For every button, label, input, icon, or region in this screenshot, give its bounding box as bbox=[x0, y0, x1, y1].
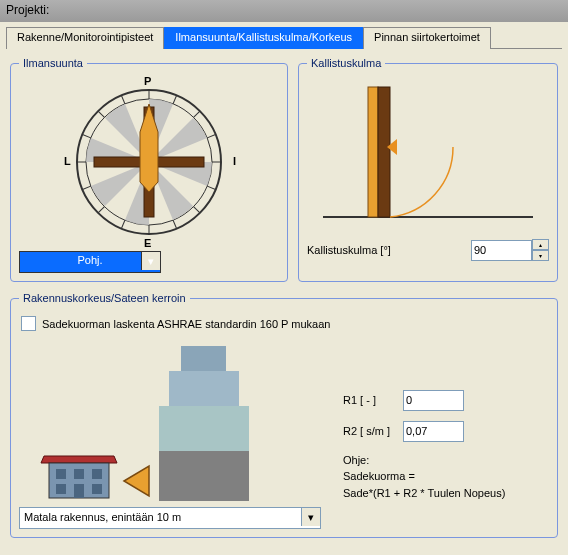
svg-rect-25 bbox=[159, 451, 249, 501]
svg-rect-32 bbox=[74, 469, 84, 479]
compass[interactable]: P I E L bbox=[44, 77, 254, 247]
svg-rect-27 bbox=[169, 371, 239, 406]
tilt-icon bbox=[313, 77, 543, 227]
svg-line-13 bbox=[194, 207, 200, 213]
r2-label: R2 [ s/m ] bbox=[343, 425, 403, 437]
svg-rect-31 bbox=[56, 469, 66, 479]
svg-marker-37 bbox=[124, 466, 149, 496]
svg-line-17 bbox=[173, 220, 176, 228]
ohje-line2: Sade*(R1 + R2 * Tuulen Nopeus) bbox=[343, 485, 549, 502]
r2-input[interactable] bbox=[403, 421, 464, 442]
building-select-value: Matala rakennus, enintään 10 m bbox=[20, 508, 320, 526]
chevron-down-icon: ▾ bbox=[141, 252, 160, 270]
tilt-legend: Kallistuskulma bbox=[307, 57, 385, 69]
direction-select[interactable]: Pohj. ▾ bbox=[19, 251, 161, 273]
compass-icon bbox=[44, 77, 254, 247]
svg-line-9 bbox=[207, 186, 215, 189]
building-illustration bbox=[19, 341, 319, 501]
svg-line-15 bbox=[82, 186, 90, 189]
tilt-label: Kallistuskulma [°] bbox=[307, 244, 471, 256]
tilt-diagram bbox=[307, 77, 549, 227]
chevron-down-icon: ▾ bbox=[301, 508, 320, 526]
spin-down-icon[interactable]: ▾ bbox=[532, 250, 549, 261]
svg-rect-22 bbox=[368, 87, 378, 217]
tab-surface-label: Pinnan siirtokertoimet bbox=[374, 31, 480, 43]
svg-rect-23 bbox=[378, 87, 390, 217]
ohje-line1: Sadekuorma = bbox=[343, 468, 549, 485]
svg-line-14 bbox=[207, 134, 215, 137]
tilt-input[interactable] bbox=[471, 240, 532, 261]
height-legend: Rakennuskorkeus/Sateen kerroin bbox=[19, 292, 190, 304]
tilt-group: Kallistuskulma Kallistuskulma [°] bbox=[298, 57, 558, 282]
ashrae-label: Sadekuorman laskenta ASHRAE standardin 1… bbox=[42, 318, 330, 330]
direction-legend: Ilmansuunta bbox=[19, 57, 87, 69]
tab-bar: Rakenne/Monitorointipisteet Ilmansuunta/… bbox=[6, 26, 562, 49]
svg-line-11 bbox=[98, 207, 104, 213]
coefficients: R1 [ - ] R2 [ s/m ] Ohje: Sadekuorma = S… bbox=[343, 390, 549, 502]
titlebar: Projekti: bbox=[0, 0, 568, 22]
svg-line-6 bbox=[173, 95, 176, 103]
compass-i: I bbox=[233, 155, 236, 167]
spin-up-icon[interactable]: ▴ bbox=[532, 239, 549, 250]
tab-direction-label: Ilmansuunta/Kallistuskulma/Korkeus bbox=[175, 31, 352, 43]
svg-rect-33 bbox=[92, 469, 102, 479]
svg-line-10 bbox=[194, 111, 200, 117]
compass-e: E bbox=[144, 237, 151, 249]
r1-label: R1 [ - ] bbox=[343, 394, 403, 406]
tilt-spinner[interactable]: ▴ ▾ bbox=[471, 239, 549, 261]
svg-line-12 bbox=[98, 111, 104, 117]
direction-group: Ilmansuunta bbox=[10, 57, 288, 282]
svg-line-8 bbox=[82, 134, 90, 137]
ohje-title: Ohje: bbox=[343, 452, 549, 469]
compass-l: L bbox=[64, 155, 71, 167]
tab-structure[interactable]: Rakenne/Monitorointipisteet bbox=[6, 27, 164, 49]
window: Projekti: Rakenne/Monitorointipisteet Il… bbox=[0, 0, 568, 555]
svg-rect-34 bbox=[56, 484, 66, 494]
svg-line-16 bbox=[121, 95, 124, 103]
height-group: Rakennuskorkeus/Sateen kerroin Sadekuorm… bbox=[10, 292, 558, 538]
tab-surface[interactable]: Pinnan siirtokertoimet bbox=[363, 27, 491, 49]
svg-marker-29 bbox=[41, 456, 117, 463]
svg-rect-26 bbox=[159, 406, 249, 451]
r1-input[interactable] bbox=[403, 390, 464, 411]
svg-rect-36 bbox=[74, 484, 84, 498]
compass-p: P bbox=[144, 75, 151, 87]
tab-content: Ilmansuunta bbox=[0, 49, 568, 546]
svg-line-7 bbox=[121, 220, 124, 228]
svg-rect-35 bbox=[92, 484, 102, 494]
direction-select-value: Pohj. bbox=[20, 252, 160, 268]
ashrae-checkbox[interactable] bbox=[21, 316, 36, 331]
tab-structure-label: Rakenne/Monitorointipisteet bbox=[17, 31, 153, 43]
building-icon bbox=[19, 341, 319, 501]
tab-direction[interactable]: Ilmansuunta/Kallistuskulma/Korkeus bbox=[164, 27, 363, 49]
project-label: Projekti: bbox=[6, 3, 49, 17]
ohje-text: Ohje: Sadekuorma = Sade*(R1 + R2 * Tuule… bbox=[343, 452, 549, 502]
building-select[interactable]: Matala rakennus, enintään 10 m ▾ bbox=[19, 507, 321, 529]
ashrae-checkbox-row[interactable]: Sadekuorman laskenta ASHRAE standardin 1… bbox=[21, 316, 549, 331]
svg-rect-28 bbox=[181, 346, 226, 371]
